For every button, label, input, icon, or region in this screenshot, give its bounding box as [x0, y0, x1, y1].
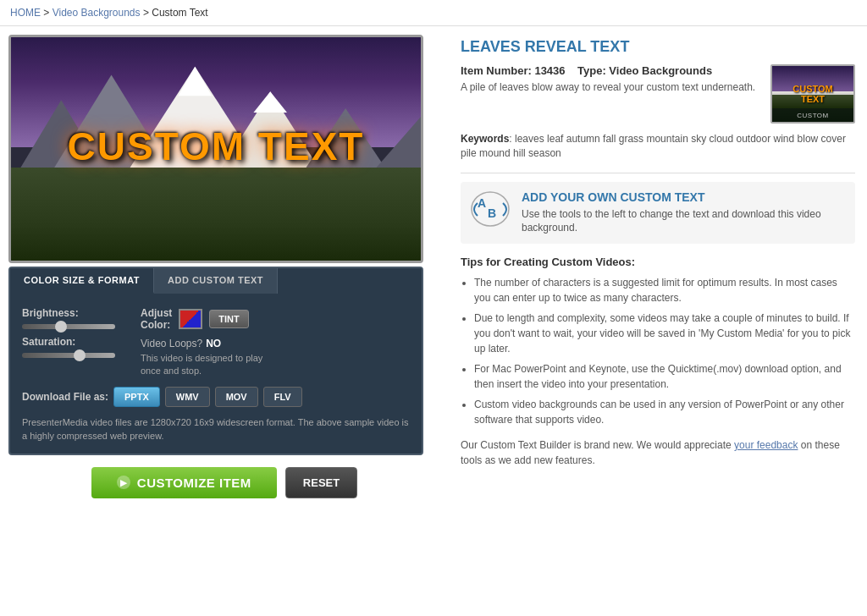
tips-title: Tips for Creating Custom Videos:: [461, 256, 855, 268]
right-panel: LEAVES REVEAL TEXT Item Number: 13436 Ty…: [454, 35, 859, 507]
page-wrapper: HOME > Video Backgrounds > Custom Text: [0, 0, 867, 616]
item-info-row: Item Number: 13436 Type: Video Backgroun…: [461, 64, 855, 124]
tip-4: Custom video backgrounds can be used in …: [474, 397, 855, 427]
item-title: LEAVES REVEAL TEXT: [461, 38, 855, 56]
ab-icon: A B: [469, 190, 511, 228]
tint-button[interactable]: TINT: [209, 310, 248, 328]
svg-text:A: A: [478, 196, 486, 210]
tabs-row: COLOR SIZE & FORMAT ADD CUSTOM TEXT: [10, 268, 422, 294]
format-btn-mov[interactable]: MOV: [215, 387, 258, 407]
tab-add-custom-text[interactable]: ADD CUSTOM TEXT: [154, 268, 278, 294]
breadcrumb-current: Custom Text: [152, 7, 207, 19]
brightness-slider[interactable]: [22, 324, 115, 329]
customize-btn-label: CUSTOMIZE ITEM: [137, 476, 251, 490]
tip-3: For Mac PowerPoint and Keynote, use the …: [474, 361, 855, 392]
saturation-label: Saturation:: [22, 336, 86, 348]
keywords-line: Keywords: leaves leaf autumn fall grass …: [461, 132, 855, 161]
video-loops-value: NO: [206, 338, 221, 349]
saturation-thumb[interactable]: [74, 349, 86, 361]
brightness-label: Brightness:: [22, 307, 86, 319]
svg-text:B: B: [488, 206, 496, 220]
color-swatch[interactable]: [179, 309, 202, 329]
item-meta: Item Number: 13436 Type: Video Backgroun…: [461, 64, 760, 95]
brightness-slider-row: [22, 324, 115, 329]
sliders-col: Brightness: Saturation:: [22, 307, 115, 363]
custom-text-overlay: CUSTOM TEXT: [68, 124, 365, 169]
tips-list: The number of characters is a suggested …: [461, 275, 855, 427]
brightness-row: Brightness:: [22, 307, 115, 319]
item-description: A pile of leaves blow away to reveal you…: [461, 80, 760, 95]
video-preview: CUSTOM TEXT: [8, 35, 423, 263]
breadcrumb-sep2: >: [143, 7, 152, 19]
download-row: Download File as: PPTX WMV MOV FLV: [22, 387, 410, 407]
download-label: Download File as:: [22, 391, 108, 403]
saturation-slider-row: [22, 353, 115, 358]
color-adjust-row: AdjustColor: TINT: [141, 307, 276, 331]
loops-desc: This video is designed to play once and …: [141, 352, 276, 378]
svg-marker-6: [179, 67, 213, 96]
format-btn-wmv[interactable]: WMV: [165, 387, 210, 407]
ground-bg: [11, 168, 421, 261]
breadcrumb-section-link[interactable]: Video Backgrounds: [52, 7, 141, 19]
tip-1: The number of characters is a suggested …: [474, 275, 855, 305]
item-number: Item Number: 13436: [461, 64, 566, 77]
controls-panel: COLOR SIZE & FORMAT ADD CUSTOM TEXT Brig…: [8, 267, 423, 455]
loops-area: Video Loops? NO This video is designed t…: [141, 338, 276, 378]
tab-color-size-format[interactable]: COLOR SIZE & FORMAT: [10, 268, 154, 294]
controls-body: Brightness: Saturation:: [10, 294, 422, 454]
ab-arrows-svg: A B: [469, 190, 511, 228]
play-icon: ▶: [117, 476, 130, 489]
footer-text-before: Our Custom Text Builder is brand new. We…: [461, 439, 734, 451]
video-loops-label: Video Loops?: [141, 338, 202, 349]
format-btn-pptx[interactable]: PPTX: [113, 387, 160, 407]
brightness-thumb[interactable]: [55, 321, 67, 333]
footer-feedback-link[interactable]: your feedback: [734, 439, 798, 451]
separator: [461, 173, 855, 173]
breadcrumb: HOME > Video Backgrounds > Custom Text: [0, 0, 867, 26]
thumbnail-image: CUSTOMTEXT CUSTOM: [770, 64, 855, 124]
item-number-line: Item Number: 13436 Type: Video Backgroun…: [461, 64, 760, 77]
thumbnail-bottom: CUSTOM: [772, 108, 853, 122]
main-content: CUSTOM TEXT COLOR SIZE & FORMAT ADD CUST…: [0, 26, 867, 515]
custom-text-desc: Use the tools to the left to change the …: [522, 207, 847, 236]
custom-text-heading: ADD YOUR OWN CUSTOM TEXT: [522, 190, 847, 204]
breadcrumb-sep1: >: [43, 7, 52, 19]
svg-marker-7: [253, 91, 287, 113]
reset-button[interactable]: RESET: [285, 467, 357, 498]
tip-2: Due to length and complexity, some video…: [474, 311, 855, 356]
custom-text-section: A B ADD YOUR OWN CUSTOM TEXT Use the too…: [461, 182, 855, 245]
keywords-text: leaves leaf autumn fall grass mountain s…: [461, 133, 846, 159]
customize-item-button[interactable]: ▶ CUSTOMIZE ITEM: [91, 467, 277, 498]
mid-controls: Brightness: Saturation:: [22, 307, 410, 378]
desc-text: PresenterMedia video files are 1280x720 …: [22, 415, 410, 443]
adjust-color-label: AdjustColor:: [141, 307, 172, 331]
color-loops-area: AdjustColor: TINT Video Loops? NO This v…: [141, 307, 276, 378]
loops-label-row: Video Loops? NO: [141, 338, 276, 349]
keywords-label: Keywords: [461, 133, 509, 145]
format-btn-flv[interactable]: FLV: [263, 387, 302, 407]
left-panel: CUSTOM TEXT COLOR SIZE & FORMAT ADD CUST…: [8, 35, 440, 507]
bottom-buttons: ▶ CUSTOMIZE ITEM RESET: [8, 455, 440, 507]
footer-text: Our Custom Text Builder is brand new. We…: [461, 437, 855, 468]
custom-text-info: ADD YOUR OWN CUSTOM TEXT Use the tools t…: [522, 190, 847, 236]
thumbnail-custom-text: CUSTOMTEXT: [792, 84, 832, 104]
item-type: Type: Video Backgrounds: [577, 64, 712, 77]
saturation-slider[interactable]: [22, 353, 115, 358]
breadcrumb-home-link[interactable]: HOME: [10, 7, 41, 19]
saturation-label-row: Saturation:: [22, 336, 115, 348]
